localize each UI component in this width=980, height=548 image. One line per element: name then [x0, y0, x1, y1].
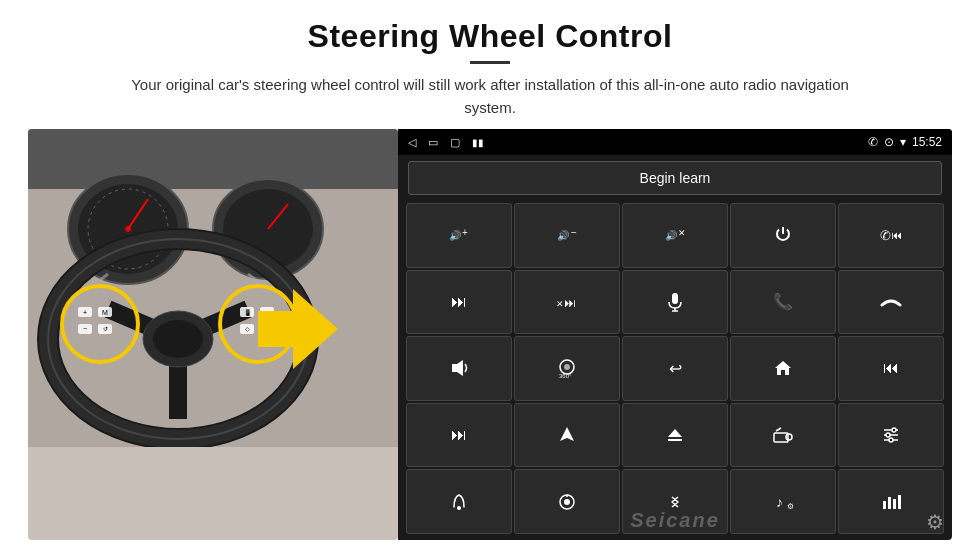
svg-text:🔊: 🔊 [449, 229, 462, 242]
page-subtitle: Your original car's steering wheel contr… [110, 74, 870, 119]
content-section: + M − ↺ 📱 ◇ ◇ ◻ [0, 129, 980, 548]
svg-marker-49 [452, 360, 463, 376]
vol-down-button[interactable]: 🔊− [514, 203, 620, 268]
svg-text:M: M [102, 309, 108, 316]
music-settings-button[interactable]: ♪ ⚙ [730, 469, 836, 534]
svg-point-65 [889, 438, 893, 442]
svg-text:+: + [462, 227, 468, 238]
svg-point-66 [457, 506, 461, 510]
svg-text:360°: 360° [559, 373, 572, 379]
mic-button[interactable] [622, 270, 728, 335]
svg-marker-54 [560, 427, 574, 441]
home-button[interactable] [730, 336, 836, 401]
svg-point-51 [564, 364, 570, 370]
steering-wheel-image: + M − ↺ 📱 ◇ ◇ ◻ [28, 129, 398, 540]
svg-point-63 [892, 428, 896, 432]
location-status-icon: ⊙ [884, 135, 894, 149]
pause-next-button[interactable]: ✕ ⏭ [514, 270, 620, 335]
svg-rect-56 [668, 439, 682, 441]
skip-forward-button[interactable]: ⏭ [406, 270, 512, 335]
svg-rect-72 [883, 501, 886, 509]
android-ui-panel: ◁ ▭ ▢ ▮▮ ✆ ⊙ ▾ 15:52 Begin learn [398, 129, 952, 540]
begin-learn-row: Begin learn [398, 155, 952, 201]
svg-line-59 [776, 428, 781, 431]
svg-rect-75 [898, 495, 901, 509]
header-section: Steering Wheel Control Your original car… [0, 0, 980, 129]
svg-text:⏭: ⏭ [564, 296, 576, 310]
title-divider [470, 61, 510, 64]
voice-button[interactable] [406, 469, 512, 534]
svg-text:📱: 📱 [244, 309, 252, 317]
nav-home-icon[interactable]: ▭ [428, 136, 438, 149]
call-button[interactable]: 📞 [730, 270, 836, 335]
status-bar-left: ◁ ▭ ▢ ▮▮ [408, 136, 484, 149]
svg-text:✕: ✕ [556, 299, 564, 309]
svg-point-68 [564, 499, 570, 505]
svg-marker-53 [775, 361, 791, 375]
svg-rect-73 [888, 497, 891, 509]
settings-icon[interactable]: ⚙ [926, 510, 944, 534]
svg-text:⚙: ⚙ [787, 502, 793, 511]
navigate-button[interactable] [514, 403, 620, 468]
page-wrapper: Steering Wheel Control Your original car… [0, 0, 980, 548]
svg-text:−: − [571, 227, 577, 238]
begin-learn-button[interactable]: Begin learn [408, 161, 942, 195]
control-grid: 🔊+ 🔊− 🔊✕ ✆ ⏮ [398, 201, 952, 540]
svg-rect-46 [672, 293, 678, 304]
phone-status-icon: ✆ [868, 135, 878, 149]
bluetooth-button[interactable] [622, 469, 728, 534]
equalizer-button[interactable] [838, 403, 944, 468]
svg-rect-74 [893, 499, 896, 509]
svg-marker-55 [668, 429, 682, 437]
mute-button[interactable]: 🔊✕ [622, 203, 728, 268]
clock: 15:52 [912, 135, 942, 149]
power-button[interactable] [730, 203, 836, 268]
svg-text:◇: ◇ [245, 326, 250, 332]
svg-rect-2 [28, 129, 398, 189]
svg-text:🔊: 🔊 [665, 229, 678, 242]
svg-text:↺: ↺ [103, 326, 108, 332]
back-button[interactable]: ↩ [622, 336, 728, 401]
nav-back-icon[interactable]: ◁ [408, 136, 416, 149]
svg-point-61 [886, 433, 890, 437]
page-title: Steering Wheel Control [60, 18, 920, 55]
end-call-button[interactable] [838, 270, 944, 335]
nav-square-icon[interactable]: ▢ [450, 136, 460, 149]
status-bar: ◁ ▭ ▢ ▮▮ ✆ ⊙ ▾ 15:52 [398, 129, 952, 155]
svg-text:🔊: 🔊 [557, 229, 570, 242]
prev-track-phone-button[interactable]: ✆ ⏮ [838, 203, 944, 268]
svg-text:♪: ♪ [776, 494, 783, 510]
svg-point-58 [786, 434, 792, 440]
svg-point-18 [153, 320, 203, 358]
prev-prev-button[interactable]: ⏮ [838, 336, 944, 401]
battery-icon: ▮▮ [472, 137, 484, 148]
svg-text:+: + [83, 309, 87, 316]
wifi-status-icon: ▾ [900, 135, 906, 149]
vol-up-button[interactable]: 🔊+ [406, 203, 512, 268]
eject-button[interactable] [622, 403, 728, 468]
settings-knob-button[interactable] [514, 469, 620, 534]
radio-button[interactable] [730, 403, 836, 468]
status-bar-right: ✆ ⊙ ▾ 15:52 [868, 135, 942, 149]
horn-button[interactable] [406, 336, 512, 401]
fast-forward-button[interactable]: ⏭ [406, 403, 512, 468]
svg-text:✕: ✕ [678, 228, 686, 238]
camera-360-button[interactable]: 360° [514, 336, 620, 401]
svg-text:−: − [83, 325, 87, 332]
